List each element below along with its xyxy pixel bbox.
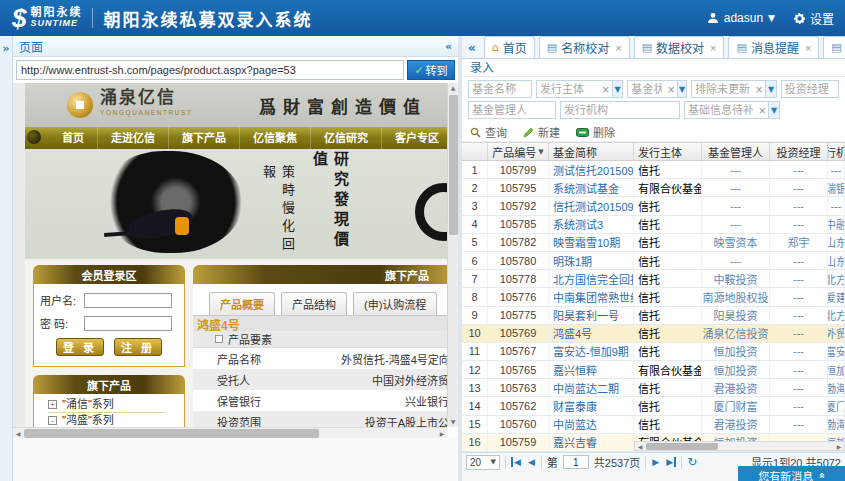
filter-input-基础信息待补[interactable] xyxy=(685,103,756,117)
table-row[interactable]: 3105792信托测试20150909信托--------- xyxy=(462,197,845,215)
table-row[interactable]: 8105776中南集团常熟世纪缄城信托中南源地股权投资---爱建 xyxy=(462,288,845,306)
tree-item-2[interactable]: -"鸿盛"系列 xyxy=(48,413,166,427)
fund-name-link[interactable]: 中尚蓝达 xyxy=(549,416,634,433)
register-button[interactable]: 注 册 xyxy=(114,338,162,356)
fund-name-link[interactable]: 系统测试基金 xyxy=(549,179,634,196)
fund-name-link[interactable]: 鸿盛4号 xyxy=(549,325,634,342)
last-page-button[interactable]: ▶ xyxy=(665,457,676,467)
scroll-down-icon[interactable]: ▼ xyxy=(448,417,458,427)
fund-name-link[interactable]: 系统测试3 xyxy=(549,216,634,233)
tab-close-icon[interactable]: × xyxy=(805,42,811,54)
dropdown-icon[interactable]: ▼ xyxy=(765,81,775,97)
tree-expander-icon[interactable]: - xyxy=(48,416,57,425)
table-row[interactable]: 4105785系统测试3信托------中融 xyxy=(462,216,845,234)
site-nav-item-3[interactable]: 旗下产品 xyxy=(169,127,240,149)
filter-input-基金管理人[interactable] xyxy=(469,103,555,117)
url-input[interactable] xyxy=(16,60,404,80)
table-row[interactable]: 5105782映雪霜雪10期信托映雪资本郑宇山东 xyxy=(462,234,845,252)
webpage-horizontal-scrollbar[interactable]: ◀ ▶ xyxy=(13,427,447,438)
fund-name-link[interactable]: 测试信托20150910 xyxy=(549,161,634,178)
webpage-vertical-scrollbar[interactable]: ▲ ▼ xyxy=(447,83,458,427)
tab-close-icon[interactable]: × xyxy=(615,42,621,54)
site-nav-item-6[interactable]: 客户专区 xyxy=(382,127,453,149)
fund-name-link[interactable]: 映雪霜雪10期 xyxy=(549,234,634,251)
password-field[interactable] xyxy=(84,316,172,331)
table-row[interactable]: 13105763中尚蓝达二期信托君港投资---渤海 xyxy=(462,379,845,397)
tab-数据校对[interactable]: ▤数据校对× xyxy=(634,36,725,58)
table-row[interactable]: 6105780明珠1期信托------山东 xyxy=(462,252,845,270)
dropdown-icon[interactable]: ▼ xyxy=(612,81,622,97)
settings-button[interactable]: 设置 xyxy=(793,10,845,27)
section-checkbox-icon[interactable] xyxy=(215,335,223,343)
tab-首页[interactable]: ⌂首页 xyxy=(484,36,535,58)
site-nav-item-1[interactable]: 首页 xyxy=(49,127,98,149)
filter-input-基金状态[interactable] xyxy=(628,82,665,96)
table-row[interactable]: 12105765嘉兴恒粹有限合伙基金恒加投资---恒加 xyxy=(462,361,845,379)
tab-扣分绩效统计[interactable]: ▤扣分绩效统计× xyxy=(823,36,845,58)
table-row[interactable]: 11105767富安达-恒加9期信托恒加投资---富安 xyxy=(462,343,845,361)
clear-filter-icon[interactable]: × xyxy=(756,105,768,116)
product-tab-2[interactable]: 产品结构 xyxy=(281,292,347,315)
tree-expander-icon[interactable]: + xyxy=(48,400,57,409)
table-row[interactable]: 7105778北方国信完全回报信托中鞍投资---北方 xyxy=(462,270,845,288)
username-field[interactable] xyxy=(84,293,172,308)
clear-filter-icon[interactable]: × xyxy=(600,84,612,95)
fund-name-link[interactable]: 信托测试20150909 xyxy=(549,197,634,214)
expand-west-icon[interactable]: » xyxy=(0,42,12,55)
fund-name-link[interactable]: 中南集团常熟世纪缄城 xyxy=(549,288,634,305)
clear-filter-icon[interactable]: × xyxy=(753,84,765,95)
table-row[interactable]: 15105760中尚蓝达信托君港投资---渤海 xyxy=(462,416,845,434)
table-row[interactable]: 9105775阳昊套利一号信托阳昊投资---北方 xyxy=(462,307,845,325)
collapse-tabs-icon[interactable]: « xyxy=(464,41,480,55)
fund-name-link[interactable]: 嘉兴恒粹 xyxy=(549,361,634,378)
grid-scroll-right-icon[interactable]: ▶ xyxy=(834,442,844,451)
fund-name-link[interactable]: 北方国信完全回报 xyxy=(549,270,634,287)
site-nav-item-4[interactable]: 亿信聚焦 xyxy=(240,127,311,149)
column-header-产品编号[interactable]: 产品编号▼ xyxy=(488,143,549,160)
new-message-bar[interactable]: 您有新消息 » xyxy=(738,466,845,481)
dropdown-icon[interactable]: ▼ xyxy=(768,102,779,118)
tab-名称校对[interactable]: ▤名称校对× xyxy=(539,36,630,58)
table-row[interactable]: 1105799测试信托20150910信托--------- xyxy=(462,161,845,179)
collapse-left-icon[interactable]: « xyxy=(445,40,452,53)
fund-name-link[interactable]: 富安达-恒加9期 xyxy=(549,343,634,360)
column-header-投资经理[interactable]: 投资经理 xyxy=(770,143,828,160)
filter-input-发行主体[interactable] xyxy=(537,82,600,96)
tab-close-icon[interactable]: × xyxy=(710,42,716,54)
filter-input-排除未更新净值基金[interactable] xyxy=(692,82,753,96)
scroll-up-icon[interactable]: ▲ xyxy=(448,83,458,93)
column-header-基金管理人[interactable]: 基金管理人 xyxy=(702,143,770,160)
column-header-rownum[interactable] xyxy=(462,143,488,160)
column-header-发行机构[interactable]: 发行机构 xyxy=(828,143,845,160)
product-tab-3[interactable]: (申)认购流程 xyxy=(353,292,437,315)
product-tab-1[interactable]: 产品概要 xyxy=(209,292,275,315)
clear-filter-icon[interactable]: × xyxy=(665,84,677,95)
reload-grid-icon[interactable]: ↻ xyxy=(687,455,697,469)
table-row[interactable]: 14105762财富泰康信托厦门财富---厦门 xyxy=(462,397,845,415)
grid-scroll-left-icon[interactable]: ◀ xyxy=(635,442,645,451)
filter-input-投资经理[interactable] xyxy=(782,82,838,96)
first-page-button[interactable]: ◀ xyxy=(511,457,522,467)
fund-name-link[interactable]: 嘉兴吉睿 xyxy=(549,434,634,451)
search-button[interactable]: 查询 xyxy=(470,124,507,140)
grid-hscroll-thumb[interactable] xyxy=(646,443,718,450)
new-button[interactable]: 新建 xyxy=(523,124,560,140)
site-nav-item-2[interactable]: 走进亿信 xyxy=(98,127,169,149)
delete-button[interactable]: 删除 xyxy=(576,124,615,140)
fund-name-link[interactable]: 中尚蓝达二期 xyxy=(549,379,634,396)
prev-page-button[interactable]: ◀ xyxy=(527,457,536,467)
tree-item-1[interactable]: +"涌信"系列 xyxy=(48,397,166,413)
vscroll-thumb[interactable] xyxy=(449,95,458,235)
login-button[interactable]: 登 录 xyxy=(56,338,104,356)
fund-name-link[interactable]: 财富泰康 xyxy=(549,397,634,414)
fund-name-link[interactable]: 阳昊套利一号 xyxy=(549,307,634,324)
filter-input-发行机构[interactable] xyxy=(561,103,679,117)
site-nav-item-5[interactable]: 亿信研究 xyxy=(311,127,382,149)
next-page-button[interactable]: ▶ xyxy=(651,457,660,467)
go-button[interactable]: ✓ 转到 xyxy=(407,60,455,80)
hscroll-thumb[interactable] xyxy=(24,429,319,438)
filter-input-基金名称[interactable] xyxy=(469,82,531,96)
table-row[interactable]: 10105769鸿盛4号信托涌泉亿信投资---外贸 xyxy=(462,325,845,343)
table-row[interactable]: 2105795系统测试基金有限合伙基金------瑞银 xyxy=(462,179,845,197)
dropdown-icon[interactable]: ▼ xyxy=(677,81,686,97)
